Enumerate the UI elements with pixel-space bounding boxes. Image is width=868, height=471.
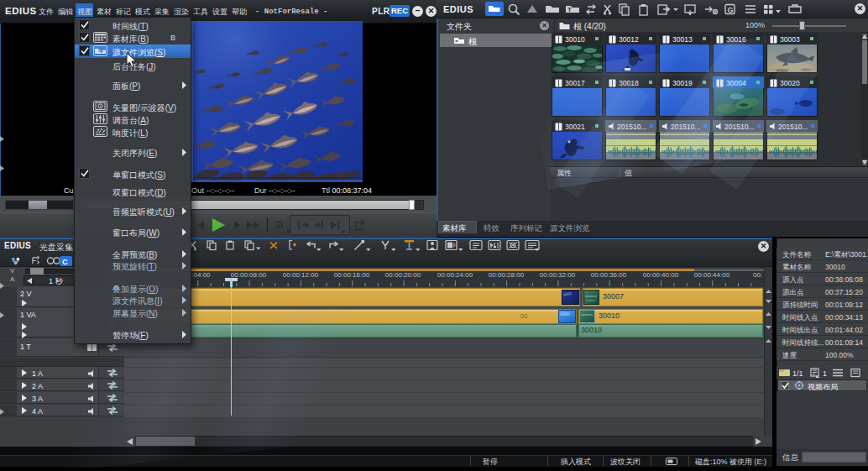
svg-text:1/1: 1/1	[792, 369, 803, 378]
svg-text:1: 1	[823, 369, 827, 378]
svg-text:C: C	[62, 258, 68, 266]
svg-text:G: G	[728, 6, 734, 14]
svg-text:T: T	[567, 6, 572, 13]
